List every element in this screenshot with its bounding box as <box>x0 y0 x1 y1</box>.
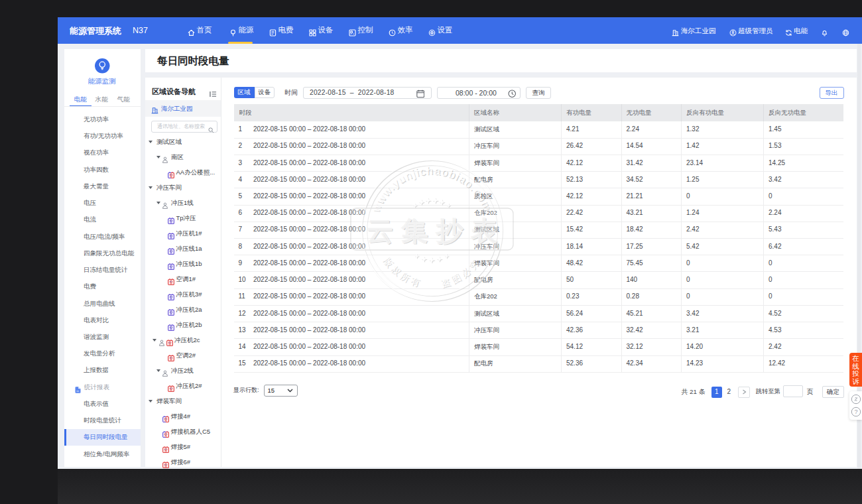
svg-text:www.yunjichaobiao.com: www.yunjichaobiao.com <box>369 164 494 214</box>
svg-text:?: ? <box>854 409 857 415</box>
svg-text:云集抄表: 云集抄表 <box>367 216 506 245</box>
